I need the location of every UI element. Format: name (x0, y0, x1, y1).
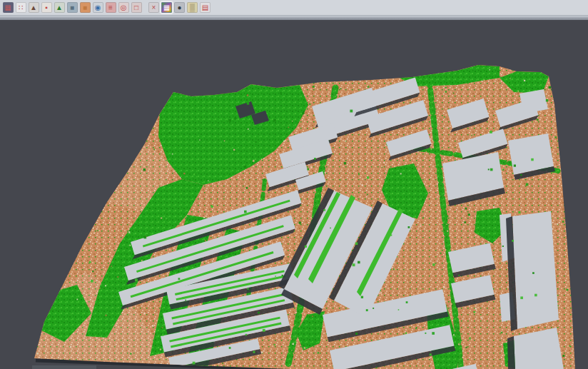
viewport[interactable] (0, 20, 588, 369)
speckle (86, 212, 87, 213)
speckle (485, 98, 485, 98)
speckle (60, 203, 62, 205)
speckle (425, 255, 427, 256)
vegetation-speck (178, 278, 181, 280)
speckle (138, 169, 140, 171)
speckle (36, 241, 38, 243)
speckle (183, 173, 185, 174)
speckle (122, 140, 123, 141)
vegetation-speck (514, 165, 516, 167)
speckle (29, 314, 31, 315)
speckle (415, 328, 417, 329)
speckle (81, 101, 83, 103)
markers-icon[interactable]: ▪ (41, 2, 52, 13)
vegetation-speck (143, 168, 146, 171)
vegetation-speck (366, 309, 368, 311)
vegetation-speck (490, 168, 493, 171)
speckle (284, 251, 285, 251)
dataset-icon[interactable]: ▦ (3, 2, 14, 13)
vegetation-speck (520, 296, 523, 299)
speckle (499, 90, 500, 91)
speckle (449, 276, 450, 278)
vegetation-speck (537, 119, 538, 121)
speckle (477, 93, 479, 95)
vegetation-speck (193, 362, 196, 365)
vegetation-speck (275, 276, 276, 277)
speckle (425, 126, 426, 127)
vegetation-speck (273, 344, 275, 345)
speckle (493, 206, 495, 208)
speckle (309, 121, 310, 122)
ortho-icon[interactable]: ■ (80, 2, 91, 13)
speckle (263, 176, 265, 177)
speckle (410, 268, 412, 269)
vegetation-speck (367, 194, 368, 196)
vegetation-speck (488, 168, 490, 170)
speckle (373, 73, 375, 74)
speckle (261, 351, 263, 353)
flag-icon[interactable]: ▤ (200, 2, 211, 13)
vegetation-speck (129, 228, 131, 229)
speckle (484, 80, 485, 81)
block-icon[interactable]: ■ (67, 2, 78, 13)
target-icon[interactable]: ◎ (118, 2, 129, 13)
speckle (463, 325, 464, 325)
vegetation-speck (457, 325, 458, 326)
layers-icon[interactable]: ≡ (106, 2, 116, 13)
speckle (291, 350, 292, 350)
vegetation-speck (464, 221, 466, 223)
speckle (179, 178, 181, 180)
vegetation-speck (263, 329, 265, 332)
speckle (420, 226, 421, 227)
speckle (567, 84, 568, 86)
toolbar-icon-group: ▦∷▲▪▲■■◉≡◎□×▦●▒▤ (1, 2, 212, 13)
speckle (329, 361, 330, 363)
speckle (34, 71, 35, 72)
speckle (377, 73, 378, 74)
speckle (105, 285, 106, 286)
speckle (440, 100, 441, 101)
vegetation-speck (288, 79, 290, 81)
vegetation-speck (114, 97, 116, 98)
speckle (31, 79, 32, 81)
dem-icon[interactable]: ▲ (54, 2, 65, 13)
move-icon[interactable]: ∷ (16, 2, 26, 13)
speckle (383, 162, 385, 163)
speckle (190, 96, 191, 97)
building-roof (512, 211, 559, 329)
speckle (108, 107, 109, 108)
speckle (549, 114, 550, 115)
classification-icon[interactable]: ▦ (161, 2, 172, 13)
vegetation-speck (105, 83, 106, 84)
vegetation-speck (350, 110, 353, 113)
speckle (440, 253, 442, 254)
point-cloud-3d-scene[interactable] (0, 20, 588, 369)
speckle (166, 177, 168, 178)
speckle (443, 286, 445, 288)
grid-close-icon[interactable]: × (148, 2, 159, 13)
speckle (277, 74, 278, 75)
speckle (443, 147, 444, 148)
vegetation-speck (162, 334, 163, 335)
speckle (203, 154, 204, 155)
terrain-icon[interactable]: ▲ (29, 2, 39, 13)
speckle (397, 256, 398, 257)
speckle (374, 169, 375, 170)
speckle (116, 151, 118, 153)
vegetation-speck (258, 312, 260, 314)
vegetation-speck (323, 209, 325, 211)
measure-icon[interactable]: ▒ (187, 2, 198, 13)
vegetation-speck (549, 86, 551, 89)
vegetation-speck (244, 211, 247, 213)
camera-icon[interactable]: ● (174, 2, 185, 13)
speckle (572, 208, 573, 210)
speckle (447, 100, 447, 101)
speckle (116, 164, 117, 166)
vegetation-speck (562, 355, 564, 357)
extent-icon[interactable]: □ (131, 2, 142, 13)
speckle (412, 275, 414, 276)
globe-icon[interactable]: ◉ (93, 2, 103, 13)
speckle (445, 91, 447, 92)
speckle (248, 128, 249, 130)
speckle (233, 149, 235, 151)
